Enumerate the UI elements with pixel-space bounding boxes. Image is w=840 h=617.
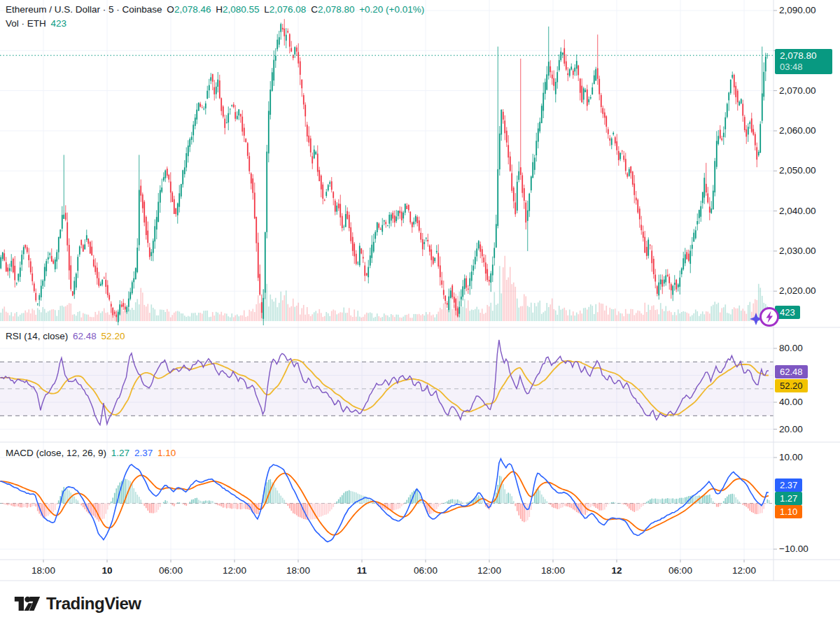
volume-legend[interactable]: Vol · ETH 423: [6, 18, 69, 29]
time-axis-label: 06:00: [414, 565, 438, 576]
time-axis-label: 12:00: [223, 565, 246, 576]
macd-signal-value: 1.10: [158, 448, 176, 458]
tradingview-logo[interactable]: TradingView: [14, 593, 141, 614]
macd-hist-badge: 1.27: [775, 492, 802, 505]
time-axis-label: 18:00: [541, 565, 565, 576]
time-axis-label: 18:00: [286, 565, 310, 576]
boost-button[interactable]: [748, 303, 788, 332]
price-axis-label: 2,090.00: [779, 5, 816, 15]
macd-axis-label: −10.00: [779, 544, 808, 554]
change-value: +0.20 (+0.01%): [359, 4, 424, 15]
time-axis-label: 11: [357, 565, 367, 576]
macd-signal-badge: 1.10: [775, 505, 802, 518]
rsi-axis-label: 20.00: [779, 424, 803, 434]
open-label: O: [167, 4, 174, 15]
rsi-axis-label: 80.00: [779, 343, 803, 353]
bar-countdown: 03:48: [780, 62, 827, 73]
price-axis-label: 2,040.00: [779, 206, 816, 216]
macd-line-value: 2.37: [134, 448, 153, 458]
price-axis-label: 2,070.00: [779, 85, 816, 96]
rsi-value: 62.48: [73, 331, 97, 341]
chart-canvas[interactable]: [0, 0, 840, 582]
time-axis-label: 06:00: [159, 565, 183, 576]
lightning-icon: [761, 308, 778, 326]
close-value: 2,078.80: [318, 4, 355, 15]
rsi-axis-label: 40.00: [779, 397, 803, 407]
rsi-badge: 62.48: [775, 365, 808, 378]
close-label: C: [311, 4, 318, 15]
tradingview-chart-window: { "header": { "symbol": "Ethereum / U.S.…: [0, 0, 840, 617]
high-value: 2,080.55: [223, 4, 260, 15]
price-axis-label: 2,050.00: [779, 165, 816, 176]
symbol-legend[interactable]: Ethereum / U.S. Dollar · 5 · Coinbase O2…: [6, 4, 426, 15]
low-label: L: [264, 4, 270, 15]
high-label: H: [216, 4, 223, 15]
price-axis-label: 2,030.00: [779, 246, 816, 256]
volume-value: 423: [51, 18, 67, 29]
rsi-legend[interactable]: RSI (14, close) 62.48 52.20: [6, 331, 127, 341]
macd-title: MACD (close, 12, 26, 9): [6, 448, 106, 458]
open-value: 2,078.46: [174, 4, 211, 15]
time-axis-label: 12: [611, 565, 622, 576]
time-axis-label: 12:00: [477, 565, 501, 576]
macd-line-badge: 2.37: [775, 478, 802, 492]
current-price-value: 2,078.80: [780, 50, 827, 62]
macd-axis-label: 10.00: [779, 452, 803, 462]
tradingview-logo-icon: [14, 593, 41, 614]
rsi-ma-value: 52.20: [102, 331, 125, 341]
current-price-badge: 2,078.80 03:48: [775, 49, 832, 74]
time-axis-label: 10: [102, 565, 112, 576]
time-axis-label: 18:00: [31, 565, 55, 576]
time-axis-label: 06:00: [668, 565, 692, 576]
volume-label: Vol · ETH: [6, 18, 46, 29]
macd-legend[interactable]: MACD (close, 12, 26, 9) 1.27 2.37 1.10: [6, 448, 178, 458]
tradingview-logo-text: TradingView: [46, 594, 141, 614]
rsi-title: RSI (14, close): [6, 331, 68, 341]
low-value: 2,076.08: [270, 4, 307, 15]
macd-hist-value: 1.27: [111, 448, 130, 458]
price-axis-label: 2,060.00: [779, 125, 816, 136]
rsi-ma-badge: 52.20: [775, 379, 808, 392]
symbol-title: Ethereum / U.S. Dollar · 5 · Coinbase: [6, 4, 162, 15]
price-axis-label: 2,020.00: [779, 285, 816, 296]
time-axis-label: 12:00: [732, 565, 756, 576]
